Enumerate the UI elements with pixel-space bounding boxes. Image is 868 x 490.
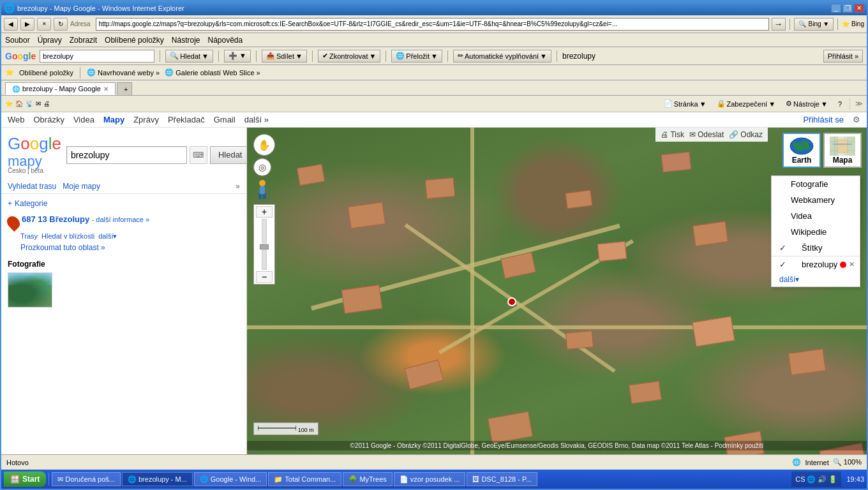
result-dalsi[interactable]: další▾ <box>98 232 117 241</box>
active-tab[interactable]: 🌐 brezolupy - Mapy Google ✕ <box>5 82 116 95</box>
go-button[interactable]: → <box>772 18 786 31</box>
taskbar-item-1[interactable]: 🌐 brezolupy - M... <box>122 472 193 486</box>
keyboard-icon[interactable]: ⌨ <box>190 146 207 164</box>
zabezpeceni-button[interactable]: 🔒 Zabezpečení ▼ <box>714 98 779 109</box>
help-button[interactable]: ? <box>835 99 844 109</box>
autofill-button[interactable]: ✏ Automatické vyplňování ▼ <box>453 50 551 63</box>
map-area[interactable]: 🖨 Tisk ✉ Odeslat 🔗 Odkaz <box>247 128 867 454</box>
settings-icon[interactable]: ⚙ <box>853 115 860 124</box>
refresh-button[interactable]: ↻ <box>54 18 68 31</box>
google-toolbar-input[interactable] <box>40 50 154 63</box>
foto-thumbnail[interactable] <box>8 272 52 308</box>
dropdown-stitky[interactable]: Štítky <box>772 240 860 256</box>
google-logo-toolbar: Google <box>5 51 36 61</box>
dropdown-fotografie[interactable]: Fotografie <box>772 176 860 192</box>
odeslat-button[interactable]: ✉ Odeslat <box>689 130 724 139</box>
dropdown-webkamery[interactable]: Webkamery <box>772 192 860 208</box>
earth-view-button[interactable]: Earth <box>782 133 821 168</box>
window-controls[interactable]: _ ❐ ✕ <box>831 4 864 13</box>
taskbar-item-0[interactable]: ✉ Doručená poš... <box>52 472 121 486</box>
zoom-out-button[interactable]: − <box>256 271 273 283</box>
nav-obrazky[interactable]: Obrázky <box>34 115 64 124</box>
nav-videa[interactable]: Videa <box>73 115 94 124</box>
zoom-in-button[interactable]: + <box>256 206 273 218</box>
nav-web[interactable]: Web <box>8 115 25 124</box>
building-15 <box>565 190 593 209</box>
minimize-button[interactable]: _ <box>831 4 841 13</box>
trasy-link[interactable]: Trasy <box>20 232 38 241</box>
nav-zpravy[interactable]: Zprávy <box>133 115 159 124</box>
taskbar-item-3[interactable]: 📁 Total Comman... <box>268 472 341 486</box>
ie-expand-icon[interactable]: ≫ <box>855 100 863 108</box>
prihlasit-button[interactable]: Přihlásit » <box>823 50 863 63</box>
nastroje-button[interactable]: ⚙ Nástroje ▼ <box>783 98 830 109</box>
taskbar-item-6[interactable]: 🖼 DSC_8128 - P... <box>467 472 537 486</box>
prelozit-button[interactable]: 🌐 Přeložit ▼ <box>391 50 442 63</box>
taskbar-item-4[interactable]: 🌳 MyTrees <box>343 472 392 486</box>
zoom-thumb[interactable] <box>260 244 269 249</box>
kategorie-link[interactable]: + Kategorie <box>8 199 240 208</box>
zoom-track[interactable] <box>262 219 267 270</box>
sdilet-button[interactable]: 📤 Sdílet ▼ <box>262 50 307 63</box>
pegman-control[interactable] <box>253 179 271 202</box>
plus-button[interactable]: ➕ ▼ <box>224 50 251 63</box>
prihlasit-nav[interactable]: Přihlásit se <box>803 115 844 124</box>
taskbar-item-2[interactable]: 🌐 Google - Wind... <box>194 472 267 486</box>
hledat-v-bliskosti-link[interactable]: Hledat v blízkosti <box>41 232 94 241</box>
stop-button[interactable]: ✕ <box>37 18 51 31</box>
start-button[interactable]: 🪟 Start <box>4 471 46 487</box>
menu-zobrazit[interactable]: Zobrazit <box>70 36 97 45</box>
dropdown-videa[interactable]: Videa <box>772 208 860 224</box>
fav-sep1 <box>80 67 80 78</box>
zkontrolovat-button[interactable]: ✔ Zkontrolovat ▼ <box>318 50 380 63</box>
menu-upravy[interactable]: Úpravy <box>38 36 62 45</box>
dropdown-dalsi[interactable]: další▾ <box>772 272 860 286</box>
nav-gmail[interactable]: Gmail <box>214 115 236 124</box>
dropdown-wikipedie[interactable]: Wikipedie <box>772 224 860 240</box>
bing-button[interactable]: ⭐ Bing <box>842 20 864 27</box>
menu-soubor[interactable]: Soubor <box>5 36 30 45</box>
vyhledat-trasu-link[interactable]: Vyhledat trasu <box>8 182 56 191</box>
map-search-input[interactable] <box>66 146 187 164</box>
navrhovane-item[interactable]: 🌐 Navrhované weby » <box>87 68 160 77</box>
close-button[interactable]: ✕ <box>854 4 864 13</box>
forward-button[interactable]: ▶ <box>20 18 34 31</box>
taskbar-item-5[interactable]: 📄 vzor posudek ... <box>394 472 466 486</box>
odkaz-button[interactable]: 🔗 Odkaz <box>729 130 763 139</box>
nav-mapy[interactable]: Mapy <box>103 115 124 124</box>
dropdown-brezolupy[interactable]: brezolupy ✕ <box>772 256 860 272</box>
svg-rect-4 <box>847 137 855 156</box>
menu-nastroje[interactable]: Nástroje <box>172 36 200 45</box>
moje-mapy-link[interactable]: Moje mapy <box>63 182 100 191</box>
remove-layer-button[interactable]: ✕ <box>849 260 855 269</box>
pan-control[interactable]: ✋ <box>253 134 275 156</box>
hledat-button[interactable]: 🔍 Hledat ▼ <box>165 50 213 63</box>
restore-button[interactable]: ❐ <box>842 4 853 13</box>
map-view-button[interactable]: Mapa <box>823 133 862 168</box>
building-1 <box>297 164 325 186</box>
result-more-info[interactable]: - další informace » <box>92 216 149 223</box>
address-input[interactable] <box>96 18 769 31</box>
stranka-icon: 📄 <box>664 100 673 108</box>
back-button[interactable]: ◀ <box>4 18 18 31</box>
galerie-item[interactable]: 🌐 Galerie oblastí Web Slice » <box>165 68 260 77</box>
geolocation-button[interactable]: ◎ <box>253 158 271 176</box>
prozkoumat-link[interactable]: Prozkoumat tuto oblast » <box>20 243 240 252</box>
menu-oblibene[interactable]: Oblíbené položky <box>105 36 164 45</box>
oblibene-item[interactable]: Oblíbené položky <box>19 69 73 77</box>
building-3 <box>425 177 455 199</box>
result-title[interactable]: 687 13 Březolupy <box>22 214 89 224</box>
windows-logo: 🪟 <box>10 475 20 484</box>
search-addon-button[interactable]: 🔍 Bing ▼ <box>794 18 834 31</box>
map-search-button[interactable]: Hledat <box>210 146 247 164</box>
nav-prekladac[interactable]: Překladač <box>168 115 205 124</box>
nav-dalsi[interactable]: další » <box>244 115 269 124</box>
collapse-arrow[interactable]: » <box>236 182 240 191</box>
red-dot-icon <box>840 262 846 268</box>
stranka-button[interactable]: 📄 Stránka ▼ <box>661 98 709 109</box>
tab-close-button[interactable]: ✕ <box>103 85 108 93</box>
new-tab[interactable]: + <box>117 82 132 95</box>
menu-napoveda[interactable]: Nápověda <box>208 36 243 45</box>
lang-indicator[interactable]: CS <box>795 475 805 483</box>
tisk-button[interactable]: 🖨 Tisk <box>661 130 684 139</box>
